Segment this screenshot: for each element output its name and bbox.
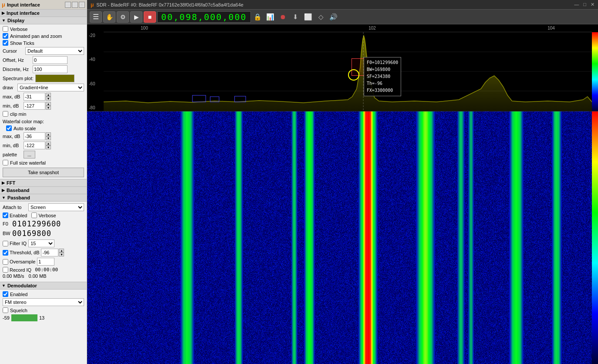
passband-enabled-label[interactable]: Enabled	[3, 212, 27, 218]
cursor-select[interactable]: Default Cross None	[25, 47, 84, 55]
squelch-unit: 13	[39, 315, 44, 320]
animated-pan-zoom-label[interactable]: Animated pan and zoom	[3, 33, 84, 39]
section-display-header[interactable]: ▼ Display	[0, 17, 87, 24]
full-size-waterfall-checkbox[interactable]	[3, 160, 8, 165]
section-input-interface[interactable]: ▶ Input interface	[0, 10, 87, 17]
sidebar-maximize-btn[interactable]: □	[72, 2, 78, 8]
cursor-tool-btn[interactable]: ✋	[103, 11, 115, 23]
lock-btn[interactable]: 🔒	[252, 11, 264, 23]
max-db-down-btn[interactable]: ▼	[46, 97, 51, 101]
record-btn[interactable]: ⏺	[277, 11, 289, 23]
filter-iq-label[interactable]: Filter IQ	[3, 241, 27, 246]
squelch-checkbox[interactable]	[3, 307, 8, 313]
show-ticks-label[interactable]: Show Ticks	[3, 40, 84, 46]
sidebar-minimize-btn[interactable]: —	[65, 2, 71, 8]
play-btn[interactable]: ▶	[130, 11, 142, 23]
wf-max-db-down-btn[interactable]: ▼	[46, 136, 51, 140]
discrete-hz-label: Discrete, Hz	[3, 67, 31, 72]
record-mb-rate: 0.00 MB/s	[3, 273, 24, 279]
palette-btn[interactable]: ...	[24, 151, 35, 158]
threshold-checkbox[interactable]	[3, 250, 8, 256]
filter-iq-checkbox[interactable]	[3, 241, 8, 246]
section-baseband-header[interactable]: ▶ Baseband	[0, 187, 87, 194]
tooltip-box: F0=101299600 BW=169800 SF=234380 Th=-96 …	[364, 57, 401, 96]
fft-arrow-right-icon: ▶	[2, 181, 5, 185]
sdr-minimize-btn[interactable]: —	[574, 2, 579, 7]
max-db-up-btn[interactable]: ▲	[46, 93, 51, 97]
attach-to-label: Attach to	[3, 205, 27, 210]
min-db-input[interactable]	[24, 102, 45, 110]
sidebar-close-btn[interactable]: ✕	[79, 2, 85, 8]
min-db-up-btn[interactable]: ▲	[46, 102, 51, 106]
record-iq-label[interactable]: Record IQ	[3, 267, 31, 273]
show-ticks-checkbox[interactable]	[3, 40, 8, 46]
frame-btn[interactable]: ⬜	[303, 11, 314, 23]
auto-scale-label[interactable]: Auto scale	[3, 125, 84, 131]
offset-hz-input[interactable]	[33, 56, 68, 64]
clip-min-label[interactable]: clip min	[3, 111, 84, 117]
sdr-app-icon: μ	[91, 2, 94, 8]
draw-select[interactable]: Gradient+line Line Gradient	[17, 84, 84, 91]
wf-min-db-up-btn[interactable]: ▲	[46, 142, 51, 145]
sdr-titlebar: μ SDR - BladeRF #0: BladeRF 0x77162e38f0…	[87, 0, 598, 10]
sdr-close-btn[interactable]: ✕	[591, 2, 595, 7]
spectrum-plot-label: Spectrum plot:	[3, 76, 34, 81]
section-demodulator-header[interactable]: ▼ Demodulator	[0, 282, 87, 290]
menu-btn[interactable]: ☰	[90, 11, 102, 23]
sidebar-title: Input interface	[7, 2, 63, 7]
filter-iq-select[interactable]: 15 31 63	[28, 239, 54, 247]
offset-hz-label: Offset, Hz	[3, 57, 31, 63]
wf-max-db-up-btn[interactable]: ▲	[46, 132, 51, 136]
min-db-down-btn[interactable]: ▼	[46, 106, 51, 110]
tooltip-bw: BW=169800	[367, 66, 398, 73]
oversample-input[interactable]	[37, 258, 54, 266]
download-btn[interactable]: ⬇	[290, 11, 301, 23]
svg-rect-6	[235, 96, 246, 102]
stop-btn[interactable]: ■	[144, 11, 156, 23]
wf-min-db-input[interactable]	[24, 142, 45, 149]
svg-rect-4	[193, 95, 206, 102]
attach-to-select[interactable]: Screen Baseband	[28, 203, 84, 211]
oversample-checkbox[interactable]	[3, 259, 8, 265]
max-db-input[interactable]	[24, 93, 45, 101]
wf-min-db-down-btn[interactable]: ▼	[46, 145, 51, 149]
squelch-label[interactable]: Squelch	[3, 307, 84, 313]
threshold-label[interactable]: Threshold, dB	[3, 250, 39, 256]
take-snapshot-btn[interactable]: Take snapshot	[3, 168, 84, 177]
demod-enabled-checkbox[interactable]	[3, 291, 8, 297]
demodulator-arrow-down-icon: ▼	[2, 283, 6, 288]
full-size-waterfall-label[interactable]: Full size waterfal	[3, 160, 84, 165]
waterfall-canvas	[87, 111, 598, 364]
record-iq-checkbox[interactable]	[3, 267, 8, 273]
arrow-down-icon: ▼	[2, 18, 6, 23]
passband-verbose-checkbox[interactable]	[31, 212, 37, 218]
volume-btn[interactable]: 🔊	[328, 11, 339, 23]
record-mb-total: 0.00 MB	[29, 273, 47, 279]
section-demodulator-label: Demodulator	[7, 283, 37, 288]
filter-btn[interactable]: ◇	[315, 11, 327, 23]
auto-scale-checkbox[interactable]	[6, 125, 12, 131]
passband-enabled-checkbox[interactable]	[3, 212, 8, 218]
demod-mode-select[interactable]: FM stereo FM mono AM USB LSB CW	[3, 298, 84, 306]
oversample-label[interactable]: Oversample	[3, 259, 35, 265]
spectrum-color-box	[35, 74, 74, 82]
wf-max-db-input[interactable]	[24, 132, 45, 140]
color-scale-bar	[592, 32, 598, 111]
threshold-down-btn[interactable]: ▼	[59, 253, 64, 256]
tooltip-f0: F0=101299600	[367, 59, 398, 66]
demod-enabled-label[interactable]: Enabled	[3, 291, 84, 297]
sdr-window-title: SDR - BladeRF #0: BladeRF 0x77162e38f0d1…	[96, 2, 571, 7]
verbose-checkbox-label[interactable]: Verbose	[3, 26, 84, 32]
clip-min-checkbox[interactable]	[3, 111, 8, 117]
animated-pan-zoom-checkbox[interactable]	[3, 33, 8, 39]
section-passband-header[interactable]: ▼ Passband	[0, 194, 87, 202]
discrete-hz-input[interactable]	[33, 65, 68, 73]
verbose-checkbox[interactable]	[3, 26, 8, 32]
settings-btn[interactable]: ⚙	[117, 11, 129, 23]
spectrum-btn[interactable]: 📊	[265, 11, 276, 23]
threshold-up-btn[interactable]: ▲	[59, 249, 64, 253]
threshold-input[interactable]	[41, 249, 58, 256]
passband-verbose-label[interactable]: Verbose	[31, 212, 56, 218]
section-fft-header[interactable]: ▶ FFT	[0, 179, 87, 187]
sdr-maximize-btn[interactable]: □	[583, 2, 586, 7]
